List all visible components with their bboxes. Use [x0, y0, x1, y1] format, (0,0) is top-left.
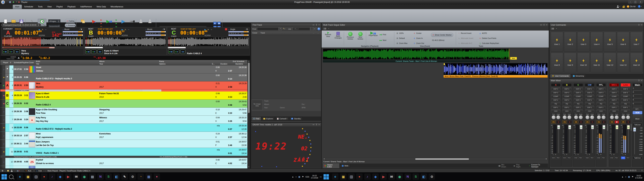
- dsp-slot-comp[interactable]: COMP: [574, 95, 583, 98]
- rec-button[interactable]: REC: [556, 156, 561, 160]
- language-indicator[interactable]: CES: [306, 176, 309, 178]
- bulb-icon[interactable]: [7, 170, 9, 172]
- main-slot-2[interactable]: 2.: [633, 91, 642, 94]
- chevron-down-icon[interactable]: ▿: [248, 28, 249, 30]
- main-slot-4[interactable]: 4.: [633, 99, 642, 102]
- dsp-slot-dsp1[interactable]: DSP 1: [551, 106, 560, 109]
- talkuser-button[interactable]: TalkUser: [146, 19, 154, 26]
- gain-knob[interactable]: [579, 115, 583, 119]
- header-album[interactable]: Album: [99, 60, 104, 62]
- dsp-slot-comp[interactable]: COMP: [562, 95, 572, 98]
- talkover-button[interactable]: TalkOver: [632, 156, 642, 160]
- start-button[interactable]: [1, 174, 8, 180]
- dsp-slot-eq[interactable]: EQ: [585, 102, 594, 105]
- play-next-use-fading-button[interactable]: ▶■ Play Next Use Fading: [89, 19, 98, 28]
- zoom-out-button[interactable]: ⊖Zoom Out: [413, 42, 424, 44]
- user-command-button-5[interactable]: User 5: [604, 32, 616, 52]
- segue-arrow-icon[interactable]: ⇢: [210, 28, 212, 31]
- action-center-icon[interactable]: ▭: [320, 176, 322, 178]
- taskbar-app-icon[interactable]: S: [412, 174, 419, 180]
- apply-changes-button[interactable]: Apply Changes: [334, 32, 343, 39]
- dsp-slot-comp[interactable]: COMP: [551, 95, 560, 98]
- user-command-button-8[interactable]: User 8: [551, 52, 563, 72]
- tray-icon[interactable]: ▦: [298, 176, 300, 178]
- segue-arrow-icon[interactable]: ⇢: [128, 28, 129, 31]
- mute-button[interactable]: M: [602, 120, 606, 124]
- user-command-button-7[interactable]: User 7: [630, 32, 643, 52]
- snd-button[interactable]: SND: [621, 156, 626, 160]
- dsp-slot-agc[interactable]: AGC: [585, 110, 594, 112]
- strip-divider[interactable]: [607, 124, 608, 131]
- taskbar-app-icon[interactable]: ◉: [81, 174, 88, 180]
- header-year[interactable]: Year: [99, 63, 103, 65]
- taskbar-app-icon[interactable]: ◫: [348, 174, 354, 180]
- play-stop-button[interactable]: ▶■: [92, 50, 96, 54]
- close-icon[interactable]: ✕: [38, 24, 39, 26]
- column-options-icon[interactable]: …: [312, 32, 314, 34]
- first-button[interactable]: ▶▮First: [380, 34, 386, 36]
- scroll-left-icon[interactable]: ◀: [168, 47, 170, 48]
- deck-type-row[interactable]: ♪Jingle▿V▿: [228, 28, 249, 30]
- taskbar-app-icon[interactable]: ♪: [49, 174, 55, 180]
- deck-mini-icons[interactable]: ▶✎⇢: [122, 28, 129, 31]
- taskbar-app-icon[interactable]: ◆: [372, 174, 379, 180]
- tray-icon[interactable]: ▲: [622, 176, 624, 178]
- deck-scrollbar[interactable]: [2, 47, 83, 48]
- dsp-slot-agc[interactable]: AGC: [551, 110, 560, 112]
- taskbar-app-icon[interactable]: ▣: [25, 174, 31, 180]
- tray-clock[interactable]: 19:222.9.2018: [311, 175, 318, 179]
- main-fader[interactable]: [633, 128, 636, 132]
- edit-pencil-icon[interactable]: ✎: [208, 28, 209, 31]
- on-button[interactable]: ON: [596, 120, 601, 124]
- linein-feed-button[interactable]: LineIn Feed: [128, 19, 136, 28]
- play-pause-button[interactable]: ▶▮▮: [85, 50, 90, 54]
- taskbar-app-icon[interactable]: e: [332, 174, 338, 180]
- channel-fader[interactable]: [568, 125, 571, 129]
- tray-icon[interactable]: ⚑: [632, 176, 634, 178]
- ribbon-tab-playback[interactable]: Playback: [65, 5, 78, 9]
- user-command-button-14[interactable]: User 14: [630, 52, 643, 72]
- taskbar-app-icon[interactable]: S: [105, 174, 112, 180]
- play-pause-use-fading-button[interactable]: ▶▮▮ Play/Pause Use Fading: [104, 19, 114, 28]
- tray-icon[interactable]: ◗: [625, 176, 626, 178]
- rec-button[interactable]: REC: [602, 156, 606, 160]
- maximize-button[interactable]: ▢: [633, 0, 638, 4]
- talkuser-button[interactable]: TalkUser: [632, 123, 642, 126]
- header-playtime[interactable]: Playtime: [22, 62, 28, 64]
- preview-play-icon[interactable]: ▶: [122, 28, 123, 31]
- on-button[interactable]: ON: [574, 120, 578, 124]
- user-command-button-12[interactable]: User 12: [604, 52, 616, 72]
- snd-button[interactable]: SND: [610, 156, 614, 160]
- deck-scrollbar[interactable]: [85, 47, 166, 48]
- channel-fader[interactable]: [591, 125, 594, 129]
- header-duration[interactable]: Duration: [220, 63, 228, 65]
- taskbar-app-icon[interactable]: ▶: [380, 174, 387, 180]
- talkover-button[interactable]: TalkOver: [136, 19, 145, 26]
- mute-button[interactable]: M: [579, 120, 583, 124]
- main-slot-3[interactable]: 3.: [633, 95, 642, 98]
- panel-minimize-icon[interactable]: ▭: [312, 24, 314, 26]
- mute-button[interactable]: M: [590, 120, 594, 124]
- panel-minimize-icon[interactable]: ▭: [312, 124, 314, 126]
- segue-scrollbar[interactable]: ◀ ▶: [323, 158, 548, 160]
- panel-close-icon[interactable]: ×: [319, 24, 320, 26]
- rcm-dropdown[interactable]: RCM: [632, 111, 642, 114]
- taskbar-app-icon[interactable]: ✉: [388, 174, 395, 180]
- rec-button[interactable]: REC: [578, 156, 583, 160]
- timecode-handle[interactable]: I: [10, 56, 16, 58]
- dsp-slot-dsp4[interactable]: DSP 4: [621, 87, 630, 90]
- play-pause-button[interactable]: ▶▮▮: [2, 50, 8, 54]
- next-track-waveform[interactable]: [444, 63, 548, 75]
- start-button[interactable]: [323, 174, 330, 180]
- attenuate-insert-button[interactable]: ∿Attenuate Insert: [458, 37, 473, 39]
- play-stop-button[interactable]: ▶■: [8, 50, 14, 54]
- dsp-slot-agc[interactable]: AGC: [562, 110, 572, 112]
- track-column[interactable]: Track: [260, 32, 265, 34]
- dsp-slot-dsp4[interactable]: DSP 4: [596, 87, 606, 90]
- segue-arrow-icon[interactable]: ⇢: [45, 28, 46, 31]
- panel-minimize-icon[interactable]: ▭: [540, 24, 542, 26]
- next-button[interactable]: ▶▶Next: [380, 39, 386, 41]
- attenuate-ac-button[interactable]: ∿Attenuate A+C: [458, 42, 472, 44]
- playlist-row-partial[interactable]: [0, 166, 247, 168]
- back-to-cue-button[interactable]: ▮◀: [98, 50, 102, 54]
